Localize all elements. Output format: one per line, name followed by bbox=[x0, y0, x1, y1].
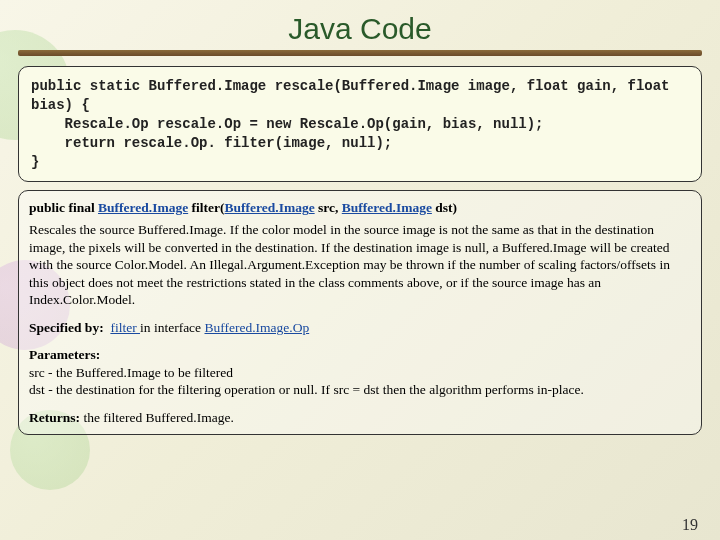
bufferedimageop-link[interactable]: Buffered.Image.Op bbox=[204, 320, 309, 335]
slide-title: Java Code bbox=[18, 12, 702, 46]
specified-text: in interface bbox=[140, 320, 204, 335]
param-src: src - the Buffered.Image to be filtered bbox=[29, 364, 691, 382]
param-dst: dst - the destination for the filtering … bbox=[29, 381, 691, 399]
specified-by: Specified by: filter in interface Buffer… bbox=[29, 319, 691, 337]
specified-by-label: Specified by: bbox=[29, 320, 104, 335]
parameters-block: Parameters: src - the Buffered.Image to … bbox=[29, 346, 691, 399]
sig-return-type[interactable]: Buffered.Image bbox=[98, 200, 188, 215]
doc-block: public final Buffered.Image filter(Buffe… bbox=[18, 190, 702, 435]
method-description: Rescales the source Buffered.Image. If t… bbox=[29, 221, 691, 309]
code-block: public static Buffered.Image rescale(Buf… bbox=[18, 66, 702, 182]
returns-label: Returns: bbox=[29, 410, 80, 425]
sig-name: filter( bbox=[188, 200, 224, 215]
parameters-label: Parameters: bbox=[29, 346, 691, 364]
page-number: 19 bbox=[682, 516, 698, 534]
title-underline bbox=[18, 50, 702, 56]
sig-arg1-name: src, bbox=[315, 200, 342, 215]
sig-arg2-type[interactable]: Buffered.Image bbox=[342, 200, 432, 215]
returns-block: Returns: the filtered Buffered.Image. bbox=[29, 409, 691, 427]
filter-link[interactable]: filter bbox=[110, 320, 140, 335]
method-signature: public final Buffered.Image filter(Buffe… bbox=[29, 199, 691, 217]
sig-modifier: public final bbox=[29, 200, 98, 215]
sig-arg2-name: dst) bbox=[432, 200, 457, 215]
returns-text: the filtered Buffered.Image. bbox=[80, 410, 234, 425]
sig-arg1-type[interactable]: Buffered.Image bbox=[225, 200, 315, 215]
